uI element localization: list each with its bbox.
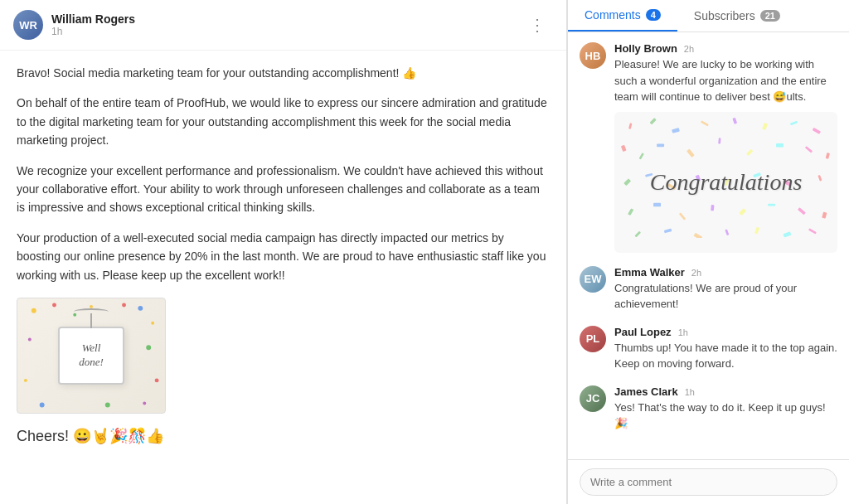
svg-rect-45 [798,207,806,215]
svg-point-7 [146,345,151,350]
comment-time: 2h [684,44,694,54]
comment-item: JCJames Clark1hYes! That's the way to do… [580,385,837,432]
post-paragraph-2: We recognize your excellent performance … [17,162,550,217]
post-footer: Cheers! 😀🤘🎉🎊👍 [0,427,566,458]
svg-rect-44 [768,203,775,206]
svg-rect-50 [725,229,729,235]
comment-author-row: Emma Walker2h [614,266,837,279]
svg-rect-30 [826,152,830,158]
svg-point-1 [52,303,56,307]
svg-rect-42 [711,204,714,210]
comment-text: Congratulations! We are proud of your ac… [614,280,837,313]
svg-point-3 [138,306,143,311]
comment-author-row: Holly Brown2h [614,42,837,55]
svg-rect-20 [790,120,798,125]
comment-time: 2h [691,268,701,278]
post-content: Bravo! Social media marketing team for y… [0,51,566,298]
svg-rect-28 [776,143,784,147]
post-header: WR William Rogers 1h ⋮ [0,0,566,51]
comment-avatar: EW [580,266,606,293]
well-done-image: Welldone! [17,298,166,414]
svg-rect-49 [693,232,702,238]
svg-point-8 [24,379,27,382]
post-paragraph-1: On behalf of the entire team of ProofHub… [17,94,550,149]
comment-body: Paul Lopez1hThumbs up! You have made it … [614,326,837,372]
avatar-initials: PL [580,326,606,352]
comment-author-row: James Clark1h [614,385,837,398]
comment-input[interactable] [580,468,837,496]
tab-subscribers-label: Subscribers [694,9,755,22]
svg-rect-25 [686,148,695,157]
svg-rect-38 [817,174,822,181]
svg-rect-15 [650,118,657,124]
sign-text: Welldone! [79,342,104,370]
svg-rect-48 [664,228,672,233]
comment-author-row: Paul Lopez1h [614,326,837,338]
sign-decoration: Welldone! [58,327,124,385]
right-panel: Comments 4 Subscribers 21 HBHolly Brown2… [567,0,849,504]
svg-point-11 [143,402,146,405]
comment-avatar: PL [580,326,606,352]
svg-point-2 [73,313,76,317]
comment-author: Emma Walker [614,266,685,279]
comment-time: 1h [678,327,688,337]
post-panel: WR William Rogers 1h ⋮ Bravo! Social med… [0,0,567,504]
svg-rect-16 [672,128,680,133]
author-avatar: WR [13,10,43,40]
svg-point-9 [155,378,159,382]
comment-avatar: JC [580,385,606,412]
tab-comments-label: Comments [585,8,641,22]
svg-rect-41 [679,212,686,220]
tabs-bar: Comments 4 Subscribers 21 [568,0,849,32]
svg-rect-46 [822,211,827,218]
svg-rect-40 [653,202,661,206]
svg-rect-51 [754,226,759,234]
comment-time: 1h [685,387,695,397]
comment-avatar: HB [580,42,606,69]
svg-point-13 [105,402,110,407]
post-image-container: Welldone! [0,298,566,427]
svg-rect-24 [657,143,664,147]
comment-item: EWEmma Walker2hCongratulations! We are p… [580,266,837,313]
svg-rect-26 [718,138,720,143]
svg-rect-17 [701,120,709,126]
author-info: William Rogers 1h [51,12,522,37]
svg-point-6 [28,337,32,341]
comment-author: Paul Lopez [614,326,672,338]
svg-rect-29 [805,146,813,153]
svg-rect-19 [762,122,768,129]
avatar-initials: JC [580,385,606,412]
svg-rect-14 [628,123,632,129]
svg-rect-53 [808,228,817,234]
svg-rect-43 [739,208,746,216]
tab-subscribers[interactable]: Subscribers 21 [677,0,797,32]
svg-rect-22 [621,144,627,151]
comment-body: Holly Brown2hPleasure! We are lucky to b… [614,42,837,253]
comment-body: James Clark1hYes! That's the way to do i… [614,385,837,432]
comment-author: Holly Brown [614,42,677,55]
comment-text: Thumbs up! You have made it to the top a… [614,340,837,372]
comment-text: Pleasure! We are lucky to be working wit… [614,56,837,105]
more-options-button[interactable]: ⋮ [522,12,553,38]
svg-rect-31 [623,178,631,186]
post-paragraph-3: Your production of a well-executed socia… [17,229,550,284]
comment-author: James Clark [614,385,678,398]
svg-point-10 [40,402,45,407]
svg-rect-27 [746,148,753,155]
tab-comments[interactable]: Comments 4 [568,0,677,32]
congratulations-image: Congratulations [614,112,837,253]
svg-rect-23 [639,153,644,159]
comments-list: HBHolly Brown2hPleasure! We are lucky to… [568,32,849,459]
svg-rect-52 [783,231,791,237]
svg-rect-18 [732,117,737,124]
comment-item: HBHolly Brown2hPleasure! We are lucky to… [580,42,837,253]
avatar-initials: HB [580,42,606,69]
post-time: 1h [51,26,522,37]
svg-rect-47 [634,230,641,237]
comment-input-area [568,459,849,504]
svg-rect-39 [628,208,633,216]
svg-rect-21 [813,127,821,133]
author-name: William Rogers [51,12,522,26]
svg-point-0 [32,308,36,313]
comment-item: PLPaul Lopez1hThumbs up! You have made i… [580,326,837,372]
